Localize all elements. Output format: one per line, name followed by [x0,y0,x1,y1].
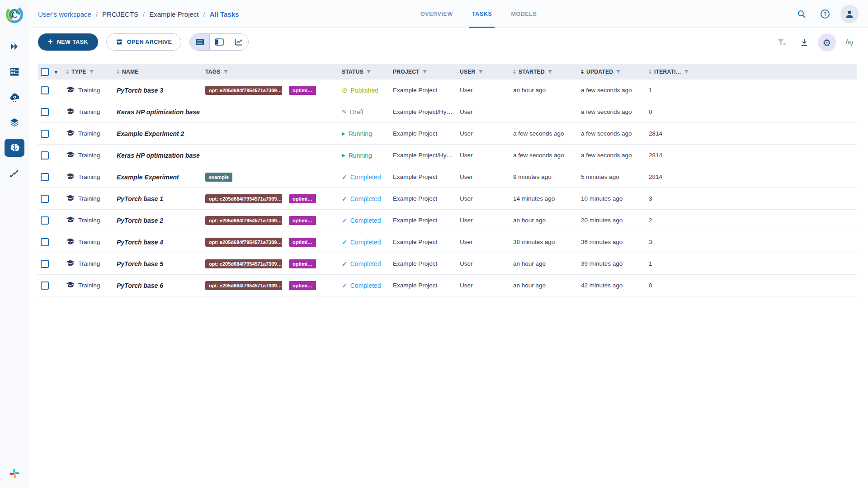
column-header-started[interactable]: STARTED [510,64,578,80]
table-row[interactable]: TrainingPyTorch base 2opt: e205d684f7954… [38,210,857,231]
sort-icon[interactable] [649,70,651,74]
status-cell: ✎Draft [339,101,390,122]
task-name[interactable]: Example Experiment 2 [117,130,184,137]
task-name[interactable]: Keras HP optimization base [117,108,200,116]
split-view-toggle[interactable] [209,34,229,50]
tag-pill[interactable]: optimi… [289,194,316,203]
task-name[interactable]: PyTorch base 3 [117,87,163,94]
filter-icon[interactable] [684,70,689,75]
breadcrumb-project-name[interactable]: Example Project [149,10,198,18]
select-all-checkbox[interactable] [41,68,49,76]
row-checkbox[interactable] [41,238,49,246]
tag-pill[interactable]: optimi… [289,86,316,95]
row-checkbox[interactable] [41,151,49,160]
sort-icon[interactable] [117,70,119,74]
filter-icon[interactable] [366,70,371,75]
tag-pill[interactable]: optimi… [289,238,316,247]
open-archive-button[interactable]: OPEN ARCHIVE [106,33,182,51]
sidebar-item-datasets[interactable] [5,113,24,131]
filter-icon[interactable] [478,70,483,75]
sort-icon[interactable] [513,70,516,74]
breadcrumb-workspace[interactable]: User's workspace [38,10,91,18]
tab-tasks[interactable]: TASKS [466,0,498,28]
column-header-status[interactable]: STATUS [339,64,390,80]
settings-button[interactable]: ⚙ [818,33,836,52]
tag-pill[interactable]: opt: e205d684f7954571a7309… [205,216,282,225]
filter-icon[interactable] [422,70,427,75]
table-row[interactable]: TrainingKeras HP optimization base▶Runni… [38,145,857,166]
filter-icon[interactable] [616,70,621,75]
clear-filters-button[interactable] [773,33,791,52]
row-checkbox[interactable] [41,282,49,290]
tag-pill[interactable]: optimi… [289,281,316,290]
clearml-logo[interactable]: C [4,4,25,25]
tag-pill[interactable]: optimi… [289,259,316,268]
row-checkbox[interactable] [41,173,49,181]
row-checkbox[interactable] [41,130,49,138]
row-checkbox[interactable] [41,216,49,225]
table-row[interactable]: TrainingExample Experiment 2▶RunningExam… [38,123,857,145]
task-name[interactable]: PyTorch base 1 [117,195,163,202]
table-row[interactable]: TrainingExample Experimentexample✓Comple… [38,166,857,188]
table-row[interactable]: TrainingPyTorch base 4opt: e205d684f7954… [38,231,857,253]
chart-view-toggle[interactable] [229,34,248,50]
task-name[interactable]: PyTorch base 6 [117,282,163,289]
status-label: Completed [350,217,381,224]
sidebar: C [0,0,29,488]
sidebar-expand-button[interactable] [5,38,24,56]
column-header-name[interactable]: NAME [114,64,203,80]
task-name[interactable]: PyTorch base 4 [117,239,163,246]
row-checkbox[interactable] [41,108,49,116]
table-view-toggle[interactable] [190,34,209,50]
breadcrumb-all-tasks[interactable]: All Tasks [210,10,239,18]
tag-pill[interactable]: example [205,173,232,182]
row-checkbox[interactable] [41,86,49,94]
row-checkbox[interactable] [41,260,49,268]
column-header-select-all[interactable]: ▾ [38,64,63,80]
auto-refresh-button[interactable] [840,33,859,52]
table-row[interactable]: TrainingPyTorch base 3opt: e205d684f7954… [38,80,857,101]
table-row[interactable]: TrainingPyTorch base 1opt: e205d684f7954… [38,188,857,210]
task-name[interactable]: Example Experiment [117,174,179,181]
column-header-updated[interactable]: UPDATED [578,64,646,80]
task-name[interactable]: Keras HP optimization base [117,152,200,159]
search-button[interactable] [793,6,810,22]
breadcrumb-projects[interactable]: PROJECTS [102,10,138,18]
sidebar-item-projects[interactable] [5,139,24,157]
started-cell-value: an hour ago [513,260,546,267]
column-header-user[interactable]: USER [457,64,510,80]
table-row[interactable]: TrainingPyTorch base 6opt: e205d684f7954… [38,275,857,296]
sidebar-item-workers-queues[interactable] [5,63,24,81]
table-row[interactable]: TrainingPyTorch base 5opt: e205d684f7954… [38,253,857,275]
new-task-button[interactable]: + NEW TASK [38,33,98,51]
tag-pill[interactable]: opt: e205d684f7954571a7309… [205,281,282,290]
column-header-project[interactable]: PROJECT [390,64,457,80]
profile-avatar[interactable] [840,5,859,23]
sort-icon-active[interactable] [581,70,584,74]
slack-link[interactable] [6,465,23,482]
task-name[interactable]: PyTorch base 2 [117,217,163,224]
select-dropdown-caret-icon[interactable]: ▾ [55,69,57,75]
download-button[interactable] [795,33,813,52]
sidebar-item-pipelines[interactable] [5,164,24,182]
column-header-tags[interactable]: TAGS [203,64,339,80]
tab-overview[interactable]: OVERVIEW [414,0,459,28]
tag-pill[interactable]: opt: e205d684f7954571a7309… [205,259,282,268]
filter-icon[interactable] [547,70,552,75]
column-header-iterations[interactable]: ITERATI… [646,64,857,80]
sidebar-item-applications[interactable] [5,88,24,106]
tag-pill[interactable]: opt: e205d684f7954571a7309… [205,86,282,95]
tags-cell: opt: e205d684f7954571a7309…optimi… [203,210,339,231]
row-checkbox[interactable] [41,195,49,203]
tag-pill[interactable]: opt: e205d684f7954571a7309… [205,238,282,247]
help-button[interactable]: ? [817,6,833,22]
task-name[interactable]: PyTorch base 5 [117,260,163,267]
table-row[interactable]: TrainingKeras HP optimization base✎Draft… [38,101,857,123]
tab-models[interactable]: MODELS [505,0,543,28]
tag-pill[interactable]: optimi… [289,216,316,225]
filter-icon[interactable] [89,70,94,75]
tag-pill[interactable]: opt: e205d684f7954571a7309… [205,194,282,203]
filter-icon[interactable] [223,70,228,75]
column-header-type[interactable]: TYPE [63,64,114,80]
sort-icon[interactable] [66,70,69,74]
